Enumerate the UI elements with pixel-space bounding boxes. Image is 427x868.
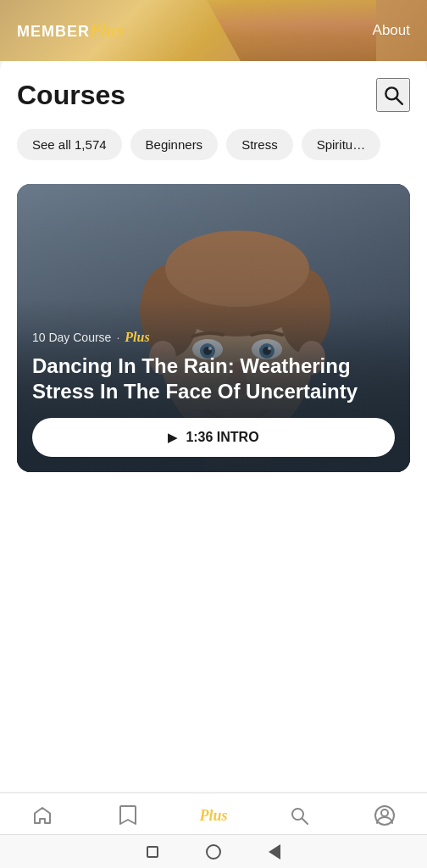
filter-stress[interactable]: Stress (226, 129, 293, 160)
course-card[interactable]: 10 Day Course · Plus Dancing In The Rain… (17, 184, 410, 472)
filter-chips: See all 1,574 Beginners Stress Spiritu… (17, 129, 410, 164)
back-icon (269, 844, 280, 860)
home-button[interactable] (204, 843, 223, 861)
logo: MEMBERPlus (17, 21, 125, 41)
course-title: Dancing In The Rain: Weathering Stress I… (32, 353, 395, 404)
course-plus-badge: Plus (125, 330, 149, 345)
bookmark-icon (116, 804, 140, 827)
course-image: 10 Day Course · Plus Dancing In The Rain… (17, 184, 410, 472)
course-duration: 10 Day Course (32, 331, 111, 344)
svg-line-1 (396, 98, 402, 104)
svg-point-27 (381, 810, 388, 816)
search-icon (382, 84, 404, 106)
about-link[interactable]: About (373, 22, 410, 39)
nav-plus[interactable]: Plus (192, 807, 235, 825)
nav-profile[interactable] (363, 804, 406, 827)
intro-button[interactable]: ▶ 1:36 INTRO (32, 418, 395, 457)
svg-line-25 (302, 819, 308, 825)
courses-header: Courses (17, 78, 410, 112)
course-meta: 10 Day Course · Plus (32, 330, 395, 345)
system-bar (0, 834, 427, 868)
main-content: Courses See all 1,574 Beginners Stress S… (0, 54, 427, 792)
nav-search[interactable] (278, 804, 320, 827)
back-button[interactable] (265, 843, 284, 861)
logo-plus: Plus (90, 21, 125, 40)
recent-apps-icon (147, 846, 158, 858)
courses-title: Courses (17, 80, 125, 111)
nav-home[interactable] (21, 804, 64, 827)
play-icon: ▶ (168, 431, 177, 444)
profile-icon (373, 804, 396, 827)
search-nav-icon (287, 804, 311, 827)
plus-nav-label: Plus (199, 807, 227, 825)
search-button[interactable] (376, 78, 410, 112)
filter-see-all[interactable]: See all 1,574 (17, 129, 122, 160)
nav-bookmark[interactable] (107, 804, 149, 827)
course-meta-dot: · (116, 331, 119, 344)
home-icon (30, 804, 54, 827)
filter-beginners[interactable]: Beginners (130, 129, 219, 160)
filter-spiritual[interactable]: Spiritu… (302, 129, 381, 160)
course-info: 10 Day Course · Plus Dancing In The Rain… (17, 313, 410, 472)
intro-button-label: 1:36 INTRO (186, 430, 258, 445)
hero-header: MEMBERPlus About (0, 0, 427, 61)
bottom-nav: Plus (0, 793, 427, 834)
logo-member: MEMBER (17, 23, 90, 40)
home-system-icon (206, 844, 221, 860)
recent-apps-button[interactable] (143, 843, 162, 861)
